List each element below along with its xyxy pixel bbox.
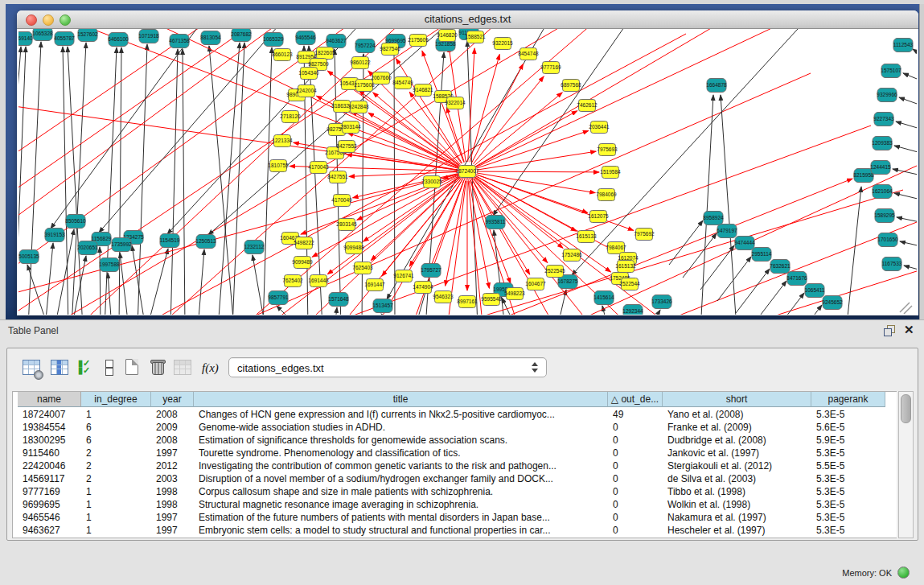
network-node[interactable]: 2330025 bbox=[421, 176, 442, 188]
network-node[interactable]: 9595548 bbox=[481, 294, 502, 306]
network-node[interactable]: 8471676 bbox=[786, 272, 807, 286]
table-selector-dropdown[interactable]: citations_edges.txt bbox=[228, 357, 547, 377]
network-node[interactable]: 1250513 bbox=[195, 235, 216, 249]
network-node[interactable]: 9245652 bbox=[822, 296, 843, 310]
network-node[interactable]: 8958924 bbox=[703, 212, 724, 225]
network-node[interactable]: 8454748 bbox=[518, 48, 539, 60]
network-node[interactable]: 1112543 bbox=[893, 39, 914, 52]
network-node[interactable]: 1571648 bbox=[328, 293, 349, 307]
network-node[interactable]: 1232112 bbox=[244, 241, 265, 254]
network-node[interactable]: 1575107 bbox=[881, 64, 901, 78]
network-node[interactable]: 1474904 bbox=[413, 282, 433, 294]
table-row[interactable]: 1456911722003Disruption of a novel membe… bbox=[13, 472, 897, 485]
network-node[interactable]: 2069140 bbox=[18, 32, 33, 46]
network-node[interactable]: 1588521 bbox=[465, 31, 486, 43]
network-node[interactable]: 1054340 bbox=[298, 68, 319, 80]
table-scrollbar[interactable] bbox=[898, 391, 914, 538]
network-node[interactable]: 6479197 bbox=[717, 225, 737, 238]
network-node[interactable]: 2036441 bbox=[589, 122, 610, 134]
network-node[interactable]: 8427552 bbox=[336, 141, 357, 153]
network-node[interactable]: 1154519 bbox=[160, 234, 180, 248]
network-node[interactable]: 2522545 bbox=[544, 266, 565, 278]
window-titlebar[interactable]: citations_edges.txt bbox=[17, 10, 918, 29]
table-row[interactable]: 946362711997Embryonic stem cells: a mode… bbox=[13, 524, 897, 537]
function-builder-button[interactable]: f(x) bbox=[202, 360, 221, 380]
network-canvas[interactable]: 2069140106532840557871527602646610010719… bbox=[18, 29, 917, 315]
network-node[interactable]: 7984069 bbox=[596, 189, 617, 201]
network-node[interactable]: 2955114 bbox=[752, 248, 772, 262]
network-node[interactable]: 1735992 bbox=[111, 238, 132, 252]
network-node[interactable]: 1209383 bbox=[872, 137, 893, 150]
network-node[interactable]: 1065411 bbox=[805, 284, 825, 298]
network-node[interactable]: 8427551 bbox=[327, 171, 348, 183]
float-panel-icon[interactable] bbox=[884, 325, 895, 336]
scrollbar-thumb[interactable] bbox=[901, 394, 911, 423]
network-node[interactable]: 1664878 bbox=[706, 79, 727, 93]
network-node[interactable]: 6897568 bbox=[561, 80, 581, 92]
network-node[interactable]: 7957224 bbox=[355, 39, 376, 53]
network-node[interactable]: 7462612 bbox=[577, 100, 598, 112]
network-node[interactable]: 2803145 bbox=[336, 219, 357, 231]
network-node[interactable]: 1244415 bbox=[870, 161, 891, 175]
network-node[interactable]: 1752486 bbox=[561, 249, 582, 262]
network-node[interactable]: 1997588 bbox=[99, 258, 120, 272]
network-node[interactable]: 8660123 bbox=[272, 49, 293, 61]
network-node[interactable]: 2522544 bbox=[619, 278, 640, 290]
network-node[interactable]: 1822605 bbox=[314, 47, 335, 60]
network-node[interactable]: 1691447 bbox=[364, 279, 385, 291]
network-node[interactable]: 1167533 bbox=[882, 257, 902, 271]
network-node[interactable]: 1221334 bbox=[272, 135, 293, 147]
network-node[interactable]: 7975693 bbox=[597, 144, 618, 156]
network-node[interactable]: 8997161 bbox=[457, 296, 478, 308]
network-node[interactable]: 3919153 bbox=[44, 229, 65, 242]
network-node[interactable]: 1071918 bbox=[138, 30, 159, 43]
network-node[interactable]: 9329966 bbox=[877, 89, 897, 102]
network-node[interactable]: 9857791 bbox=[268, 291, 289, 305]
network-node[interactable]: 1519584 bbox=[600, 167, 621, 179]
network-node[interactable]: 9474444 bbox=[734, 237, 755, 250]
network-node[interactable]: 9827546 bbox=[380, 43, 400, 56]
network-node[interactable]: 6466100 bbox=[108, 33, 129, 47]
network-node[interactable]: 1604677 bbox=[525, 278, 546, 290]
network-node[interactable]: 4170043 bbox=[308, 162, 329, 174]
network-node[interactable]: 8813054 bbox=[200, 31, 221, 45]
network-node[interactable]: 4170049 bbox=[331, 195, 352, 207]
network-node[interactable]: 1795727 bbox=[421, 264, 441, 278]
network-node[interactable]: 7632621 bbox=[770, 260, 791, 274]
network-node[interactable]: 9322015 bbox=[492, 38, 513, 50]
column-header-in_degree[interactable]: in_degree bbox=[81, 392, 151, 407]
network-node[interactable]: 9465546 bbox=[295, 31, 316, 45]
column-header-pagerank[interactable]: pagerank bbox=[811, 392, 885, 407]
network-node[interactable]: 5498223 bbox=[504, 288, 525, 300]
network-node[interactable]: 2175608 bbox=[354, 80, 375, 92]
select-columns-button[interactable] bbox=[50, 358, 69, 377]
column-header-title[interactable]: title bbox=[194, 392, 608, 407]
network-node[interactable]: 4055787 bbox=[54, 32, 75, 46]
table-row[interactable]: 1872400712008Changes of HCN gene express… bbox=[13, 408, 897, 421]
network-node[interactable]: 9935811 bbox=[486, 216, 506, 229]
network-node[interactable]: 5005135 bbox=[18, 250, 39, 264]
network-node[interactable]: 7975692 bbox=[634, 229, 655, 241]
network-node[interactable]: 1527602 bbox=[77, 29, 98, 42]
network-node[interactable]: 1615132 bbox=[615, 261, 636, 273]
new-table-button[interactable] bbox=[123, 358, 142, 377]
network-node[interactable]: 8505610 bbox=[65, 215, 86, 229]
network-node[interactable]: 2020651 bbox=[77, 241, 98, 255]
network-node[interactable]: 2718120 bbox=[280, 111, 301, 123]
table-row[interactable]: 946554611997Estimation of the future num… bbox=[13, 511, 897, 524]
network-node[interactable]: 1292344 bbox=[622, 305, 643, 315]
network-node[interactable]: 1589295 bbox=[874, 209, 895, 223]
network-node[interactable]: 1615133 bbox=[576, 231, 597, 243]
network-node[interactable]: 9860122 bbox=[350, 57, 371, 69]
network-node[interactable]: 9546323 bbox=[433, 291, 454, 303]
network-node[interactable]: 1065328 bbox=[32, 29, 53, 41]
network-hub-node[interactable]: 18724007 bbox=[456, 166, 479, 178]
network-node[interactable]: 9242848 bbox=[348, 101, 369, 113]
network-node[interactable]: 7625402 bbox=[282, 275, 303, 287]
row-options-button[interactable] bbox=[99, 358, 118, 377]
column-header-out_de[interactable]: △ out_de... bbox=[608, 392, 663, 407]
network-node[interactable]: 1612075 bbox=[588, 211, 609, 223]
network-node[interactable]: 1733426 bbox=[651, 295, 672, 309]
network-node[interactable]: 2803144 bbox=[340, 122, 361, 134]
network-node[interactable]: 1691448 bbox=[308, 275, 329, 287]
